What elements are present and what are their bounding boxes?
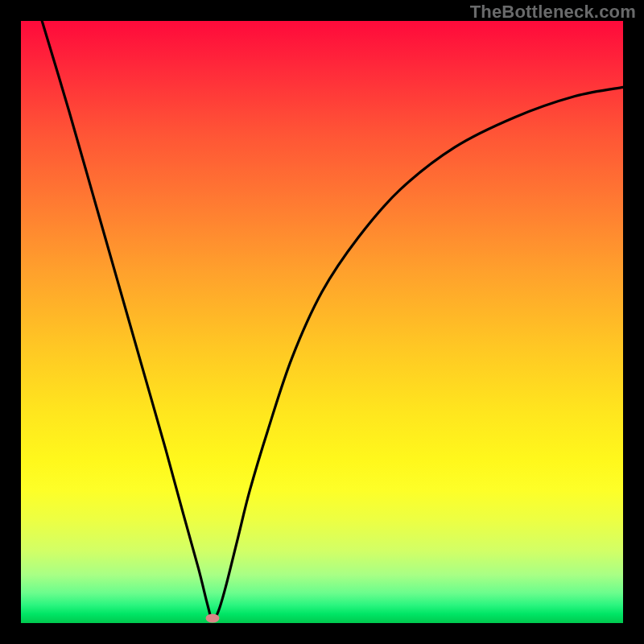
optimum-marker xyxy=(205,614,219,623)
plot-area xyxy=(21,21,623,623)
chart-frame: TheBottleneck.com xyxy=(0,0,644,644)
watermark-text: TheBottleneck.com xyxy=(470,2,636,23)
bottleneck-curve xyxy=(21,21,623,623)
curve-path xyxy=(42,21,623,620)
